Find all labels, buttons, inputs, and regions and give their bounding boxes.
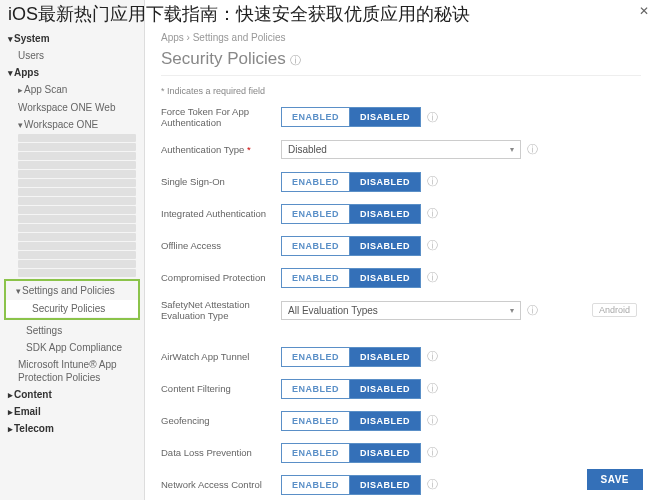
form-label: Single Sign-On bbox=[161, 176, 281, 187]
toggle-group: ENABLEDDISABLED bbox=[281, 347, 421, 367]
toggle-disabled[interactable]: DISABLED bbox=[349, 107, 421, 127]
sidebar-label: System bbox=[14, 33, 50, 44]
info-icon[interactable]: ⓘ bbox=[427, 238, 438, 253]
toggle-enabled[interactable]: ENABLED bbox=[281, 107, 349, 127]
toggle-disabled[interactable]: DISABLED bbox=[349, 172, 421, 192]
sidebar-item-appscan[interactable]: ▸App Scan bbox=[0, 81, 144, 99]
sidebar-label: Settings and Policies bbox=[22, 285, 115, 296]
toggle-enabled[interactable]: ENABLED bbox=[281, 347, 349, 367]
toggle-enabled[interactable]: ENABLED bbox=[281, 268, 349, 288]
select-value: Disabled bbox=[288, 144, 327, 155]
toggle-enabled[interactable]: ENABLED bbox=[281, 172, 349, 192]
toggle-enabled[interactable]: ENABLED bbox=[281, 475, 349, 495]
sidebar-item-security-policies[interactable]: Security Policies bbox=[6, 300, 138, 317]
toggle-group: ENABLEDDISABLED bbox=[281, 411, 421, 431]
sidebar-group-system[interactable]: ▾System bbox=[0, 30, 144, 47]
sidebar-item-wsone[interactable]: ▾Workspace ONE bbox=[0, 116, 144, 134]
toggle-group: ENABLEDDISABLED bbox=[281, 172, 421, 192]
sidebar-item-placeholder bbox=[18, 161, 136, 169]
info-icon[interactable]: ⓘ bbox=[427, 381, 438, 396]
sidebar-group-apps[interactable]: ▾Apps bbox=[0, 64, 144, 81]
page-title: Security Policies ⓘ bbox=[161, 49, 641, 69]
info-icon[interactable]: ⓘ bbox=[427, 413, 438, 428]
toggle-group: ENABLEDDISABLED bbox=[281, 268, 421, 288]
form-label: Offline Access bbox=[161, 240, 281, 251]
toggle-disabled[interactable]: DISABLED bbox=[349, 347, 421, 367]
toggle-enabled[interactable]: ENABLED bbox=[281, 379, 349, 399]
info-icon[interactable]: ⓘ bbox=[290, 54, 301, 66]
save-button[interactable]: SAVE bbox=[587, 469, 644, 490]
form-label: Authentication Type * bbox=[161, 144, 281, 155]
sidebar-item-wsone-web[interactable]: Workspace ONE Web bbox=[0, 99, 144, 116]
info-icon[interactable]: ⓘ bbox=[427, 174, 438, 189]
toggle-disabled[interactable]: DISABLED bbox=[349, 443, 421, 463]
toggle-enabled[interactable]: ENABLED bbox=[281, 443, 349, 463]
form-label: Compromised Protection bbox=[161, 272, 281, 283]
toggle-disabled[interactable]: DISABLED bbox=[349, 379, 421, 399]
select-value: All Evaluation Types bbox=[288, 305, 378, 316]
form-row-contentFilter: Content FilteringENABLEDDISABLEDⓘ bbox=[161, 378, 641, 400]
select-safetynet[interactable]: All Evaluation Types▾ bbox=[281, 301, 521, 320]
sidebar-item-placeholder bbox=[18, 188, 136, 196]
sidebar-group-content[interactable]: ▸Content bbox=[0, 386, 144, 403]
form-label: Content Filtering bbox=[161, 383, 281, 394]
form-label: Data Loss Prevention bbox=[161, 447, 281, 458]
chevron-down-icon: ▾ bbox=[510, 145, 514, 154]
sidebar-item-placeholder bbox=[18, 224, 136, 232]
select-authType[interactable]: Disabled▾ bbox=[281, 140, 521, 159]
info-icon[interactable]: ⓘ bbox=[427, 206, 438, 221]
toggle-group: ENABLEDDISABLED bbox=[281, 443, 421, 463]
sidebar-label: App Scan bbox=[24, 84, 67, 95]
form-label: Force Token For App Authentication bbox=[161, 106, 281, 129]
sidebar-item-placeholder bbox=[18, 197, 136, 205]
close-icon[interactable]: ✕ bbox=[639, 4, 649, 18]
breadcrumb: Apps › Settings and Policies bbox=[161, 32, 641, 43]
breadcrumb-apps[interactable]: Apps bbox=[161, 32, 184, 43]
sidebar-item-intune[interactable]: Microsoft Intune® App Protection Policie… bbox=[0, 356, 144, 386]
divider bbox=[161, 75, 641, 76]
sidebar-item-placeholder bbox=[18, 251, 136, 259]
info-icon[interactable]: ⓘ bbox=[527, 142, 538, 157]
sidebar-item-settings-policies[interactable]: ▾Settings and Policies bbox=[6, 282, 138, 300]
platform-tag: Android bbox=[592, 303, 637, 317]
toggle-disabled[interactable]: DISABLED bbox=[349, 204, 421, 224]
info-icon[interactable]: ⓘ bbox=[427, 445, 438, 460]
toggle-group: ENABLEDDISABLED bbox=[281, 236, 421, 256]
toggle-disabled[interactable]: DISABLED bbox=[349, 236, 421, 256]
breadcrumb-sep: › bbox=[187, 32, 190, 43]
form-label: Geofencing bbox=[161, 415, 281, 426]
toggle-group: ENABLEDDISABLED bbox=[281, 107, 421, 127]
info-icon[interactable]: ⓘ bbox=[427, 270, 438, 285]
sidebar-item-placeholder bbox=[18, 215, 136, 223]
toggle-disabled[interactable]: DISABLED bbox=[349, 475, 421, 495]
sidebar-item-users[interactable]: Users bbox=[0, 47, 144, 64]
main-content: Apps › Settings and Policies Security Po… bbox=[145, 0, 657, 500]
form-row-tunnel: AirWatch App TunnelENABLEDDISABLEDⓘ bbox=[161, 346, 641, 368]
info-icon[interactable]: ⓘ bbox=[427, 477, 438, 492]
sidebar-item-placeholder bbox=[18, 242, 136, 250]
sidebar-group-telecom[interactable]: ▸Telecom bbox=[0, 420, 144, 437]
form-row-safetynet: SafetyNet Attestation Evaluation TypeAll… bbox=[161, 299, 641, 322]
overlay-title: iOS最新热门应用下载指南：快速安全获取优质应用的秘诀 bbox=[8, 2, 470, 26]
info-icon[interactable]: ⓘ bbox=[427, 110, 438, 125]
toggle-enabled[interactable]: ENABLED bbox=[281, 204, 349, 224]
form-label: AirWatch App Tunnel bbox=[161, 351, 281, 362]
sidebar-item-settings[interactable]: Settings bbox=[0, 322, 144, 339]
breadcrumb-current: Settings and Policies bbox=[193, 32, 286, 43]
toggle-enabled[interactable]: ENABLED bbox=[281, 236, 349, 256]
toggle-group: ENABLEDDISABLED bbox=[281, 475, 421, 495]
toggle-group: ENABLEDDISABLED bbox=[281, 204, 421, 224]
sidebar-group-email[interactable]: ▸Email bbox=[0, 403, 144, 420]
info-icon[interactable]: ⓘ bbox=[527, 303, 538, 318]
sidebar-item-placeholder bbox=[18, 233, 136, 241]
sidebar-item-placeholder bbox=[18, 170, 136, 178]
toggle-disabled[interactable]: DISABLED bbox=[349, 268, 421, 288]
toggle-enabled[interactable]: ENABLED bbox=[281, 411, 349, 431]
sidebar-item-sdk-compliance[interactable]: SDK App Compliance bbox=[0, 339, 144, 356]
page-title-text: Security Policies bbox=[161, 49, 286, 68]
form-row-geofencing: GeofencingENABLEDDISABLEDⓘ bbox=[161, 410, 641, 432]
form-row-sso: Single Sign-OnENABLEDDISABLEDⓘ bbox=[161, 171, 641, 193]
info-icon[interactable]: ⓘ bbox=[427, 349, 438, 364]
sidebar-item-placeholder bbox=[18, 152, 136, 160]
toggle-disabled[interactable]: DISABLED bbox=[349, 411, 421, 431]
